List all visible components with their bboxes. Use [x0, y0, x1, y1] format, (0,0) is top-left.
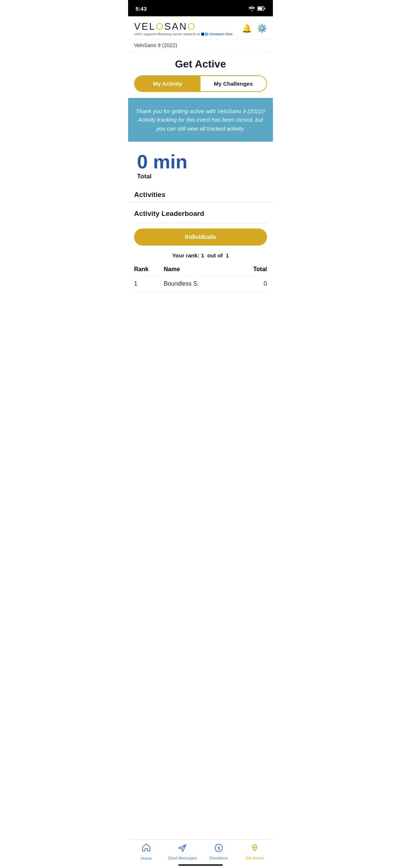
logo-text: VELOSANO — [134, 21, 233, 32]
tab-my-challenges[interactable]: My Challenges — [200, 76, 266, 91]
user-rank: 1 — [201, 252, 204, 259]
notification-bell-icon[interactable]: 🔔 — [242, 24, 252, 33]
status-icons — [248, 6, 265, 11]
leaderboard-section: Activity Leaderboard Individuals Your ra… — [128, 202, 273, 292]
tab-bar: My Activity My Challenges — [134, 75, 267, 92]
rank-separator: out of — [207, 252, 223, 259]
wifi-icon — [248, 6, 255, 11]
logo-area: VELOSANO 100% supports lifesaving cancer… — [134, 21, 233, 36]
cc-logo: Cleveland Clinic — [201, 32, 233, 36]
row-total: 0 — [237, 280, 267, 287]
status-bar: 5:43 — [128, 0, 273, 16]
table-header: Rank Name Total — [134, 266, 267, 276]
settings-gear-icon[interactable]: ⚙️ — [257, 24, 267, 33]
leaderboard-title: Activity Leaderboard — [134, 210, 267, 218]
event-name: VeloSano 9 (2022) — [128, 39, 273, 52]
table-row: 1 Boundless S. 0 — [134, 276, 267, 292]
tab-my-activity[interactable]: My Activity — [135, 76, 200, 91]
col-header-rank: Rank — [134, 266, 164, 273]
total-label: Total — [137, 173, 264, 180]
row-name: Boundless S. — [164, 280, 237, 287]
info-banner-text: Thank you for getting active with VeloSa… — [136, 107, 265, 133]
page-title: Get Active — [128, 52, 273, 75]
minutes-value: 0 min — [137, 151, 188, 172]
rank-total: 1 — [226, 252, 229, 259]
activities-section-header: Activities — [128, 185, 273, 202]
stats-section: 0 min Total — [128, 142, 273, 185]
leaderboard-table: Rank Name Total 1 Boundless S. 0 — [134, 266, 267, 292]
header-icons: 🔔 ⚙️ — [242, 24, 267, 33]
battery-icon — [257, 6, 265, 11]
logo-subtitle: 100% supports lifesaving cancer research… — [134, 32, 233, 36]
cc-name: Cleveland Clinic — [209, 32, 233, 36]
rank-info: Your rank: 1 out of 1 — [134, 252, 267, 259]
svg-rect-2 — [258, 7, 263, 10]
total-minutes-display: 0 min — [137, 152, 264, 171]
svg-point-0 — [251, 10, 252, 11]
cc-square-left — [201, 33, 204, 36]
cc-square-right — [205, 33, 208, 36]
rank-prefix: Your rank: — [172, 252, 199, 259]
col-header-name: Name — [164, 266, 237, 273]
info-banner: Thank you for getting active with VeloSa… — [128, 98, 273, 142]
status-time: 5:43 — [136, 6, 147, 12]
individuals-filter-button[interactable]: Individuals — [134, 228, 267, 246]
col-header-total: Total — [237, 266, 267, 273]
header: VELOSANO 100% supports lifesaving cancer… — [128, 16, 273, 39]
row-rank: 1 — [134, 280, 164, 287]
